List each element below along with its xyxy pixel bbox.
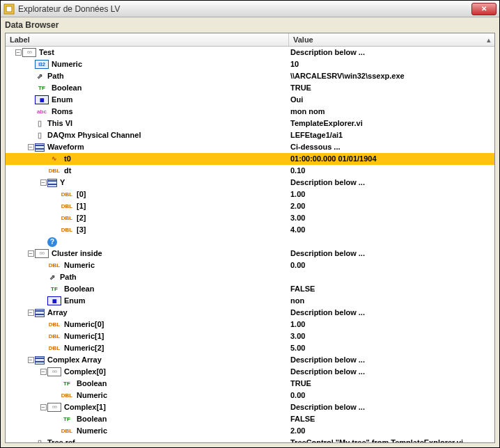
tree-row[interactable]: ∿t001:00:00.000 01/01/1904	[6, 153, 494, 165]
row-value: Description below ...	[289, 307, 494, 319]
collapse-icon[interactable]: −	[26, 357, 35, 363]
label-cell: DBLNumeric[1]	[6, 330, 289, 342]
tree-row[interactable]: −▫▫Complex[1]Description below ...	[6, 401, 494, 413]
tree-row[interactable]: −▫▫TestDescription below ...	[6, 47, 494, 58]
enum-icon: ▦	[47, 296, 61, 305]
tree-row[interactable]: DBLNumeric0.00	[6, 390, 494, 401]
tree-row[interactable]: DBLdt0.10	[6, 165, 494, 177]
label-cell: DBLNumeric	[6, 425, 289, 437]
label-cell: TFBoolean	[6, 413, 289, 425]
row-value: 3.00	[289, 330, 494, 342]
row-value: TreeControl "My tree" from TemplateExplo…	[289, 437, 494, 442]
tree-row[interactable]: DBLNumeric[2]5.00	[6, 342, 494, 354]
file-icon: ▯	[35, 119, 45, 128]
collapse-icon[interactable]: −	[26, 310, 35, 316]
tree-row[interactable]: DBLNumeric2.00	[6, 425, 494, 437]
row-label: Numeric[2]	[64, 342, 104, 354]
tree-row[interactable]: TFBooleanTRUE	[6, 82, 494, 94]
row-value: TemplateExplorer.vi	[289, 118, 494, 129]
row-value: Description below ...	[289, 248, 494, 259]
label-cell: DBLNumeric	[6, 390, 289, 401]
row-label: This VI	[47, 118, 72, 129]
label-cell: ?	[6, 236, 289, 248]
tree-row[interactable]: ▦EnumOui	[6, 94, 494, 106]
scroll-up-icon[interactable]: ▴	[483, 33, 494, 46]
row-value: 5.00	[289, 342, 494, 354]
column-header-value[interactable]: Value	[289, 33, 483, 46]
tree-row[interactable]: ⇗Path\\ARCALESRV\win32\ssexp.exe	[6, 70, 494, 82]
label-cell: ▯DAQmx Physical Channel	[6, 129, 289, 141]
label-cell: DBLNumeric[2]	[6, 342, 289, 354]
tree-row[interactable]: abcRomsmon nom	[6, 106, 494, 118]
tree-row[interactable]: DBL[0]1.00	[6, 189, 494, 200]
tree-row[interactable]: DBL[1]2.00	[6, 200, 494, 212]
close-button[interactable]: ✕	[471, 3, 497, 15]
cluster-icon: ▫▫	[47, 403, 61, 412]
row-label: [3]	[77, 224, 86, 236]
row-label: Boolean	[64, 283, 94, 295]
tree-row[interactable]: DBLNumeric[1]3.00	[6, 330, 494, 342]
row-label: Numeric[0]	[64, 319, 104, 330]
row-label: Complex[0]	[64, 366, 106, 378]
tree-row[interactable]: DBLNumeric0.00	[6, 259, 494, 271]
tree-row[interactable]: ▦Enumnon	[6, 295, 494, 307]
tree-row[interactable]: TFBooleanFALSE	[6, 283, 494, 295]
array-icon	[35, 309, 45, 317]
cluster-icon: ▫▫	[47, 367, 61, 376]
tree-row[interactable]: TFBooleanTRUE	[6, 378, 494, 390]
tree-row[interactable]: −▫▫Cluster insideDescription below ...	[6, 248, 494, 259]
tree-row[interactable]: −Complex ArrayDescription below ...	[6, 354, 494, 366]
tree-row[interactable]: TFBooleanFALSE	[6, 413, 494, 425]
tree-row[interactable]: −WaveformCi-dessous ...	[6, 141, 494, 153]
tree-row[interactable]: ⇗Path	[6, 271, 494, 283]
tree-row[interactable]: ▯Tree refTreeControl "My tree" from Temp…	[6, 437, 494, 442]
row-value: 10	[289, 58, 494, 70]
label-cell: DBL[1]	[6, 200, 289, 212]
tree-row[interactable]: DBL[3]4.00	[6, 224, 494, 236]
label-cell: ⇗Path	[6, 271, 289, 283]
collapse-icon[interactable]: −	[39, 179, 47, 186]
row-label: Enum	[64, 295, 86, 307]
cluster-icon: ▫▫	[35, 249, 49, 258]
file-icon: ▯	[35, 438, 45, 442]
label-cell: DBLNumeric[0]	[6, 319, 289, 330]
tree-row[interactable]: DBL[2]3.00	[6, 212, 494, 224]
label-cell: DBL[0]	[6, 189, 289, 200]
row-value: FALSE	[289, 283, 494, 295]
label-cell: −Array	[6, 307, 289, 319]
collapse-icon[interactable]: −	[14, 49, 22, 56]
row-value: 01:00:00.000 01/01/1904	[289, 153, 494, 165]
tree-row[interactable]: −▫▫Complex[0]Description below ...	[6, 366, 494, 378]
label-cell: −▫▫Complex[0]	[6, 366, 289, 378]
tree-row[interactable]: −YDescription below ...	[6, 177, 494, 189]
collapse-icon[interactable]: −	[26, 250, 35, 257]
row-label: Complex Array	[47, 354, 102, 366]
array-icon	[35, 356, 45, 365]
row-label: [0]	[77, 189, 86, 200]
tree-row[interactable]: I32Numeric10	[6, 58, 494, 70]
waveform-icon: ∿	[47, 154, 61, 163]
tree-row[interactable]: ▯DAQmx Physical ChannelLEFEtage1/ai1	[6, 129, 494, 141]
tree-row[interactable]: −ArrayDescription below ...	[6, 307, 494, 319]
row-value: Description below ...	[289, 47, 494, 58]
tree-row[interactable]: DBLNumeric[0]1.00	[6, 319, 494, 330]
row-label: Numeric	[77, 425, 107, 437]
column-header-label[interactable]: Label	[6, 33, 289, 46]
tree-row[interactable]: ▯This VITemplateExplorer.vi	[6, 118, 494, 129]
row-value: Oui	[289, 94, 494, 106]
row-value: mon nom	[289, 106, 494, 118]
label-cell: ▯This VI	[6, 118, 289, 129]
label-cell: DBLdt	[6, 165, 289, 177]
collapse-icon[interactable]: −	[39, 369, 47, 375]
row-label: Boolean	[77, 378, 107, 390]
tree-row[interactable]: ?	[6, 236, 494, 248]
collapse-icon[interactable]: −	[39, 404, 47, 410]
row-value: non	[289, 295, 494, 307]
title-bar[interactable]: Explorateur de Données LV ✕	[1, 1, 499, 17]
collapse-icon[interactable]: −	[26, 144, 35, 150]
label-cell: abcRoms	[6, 106, 289, 118]
column-header-row: Label Value ▴	[6, 33, 494, 47]
tree-body[interactable]: −▫▫TestDescription below ...I32Numeric10…	[6, 47, 494, 442]
row-value: Ci-dessous ...	[289, 141, 494, 153]
file-icon: ▯	[35, 131, 45, 140]
